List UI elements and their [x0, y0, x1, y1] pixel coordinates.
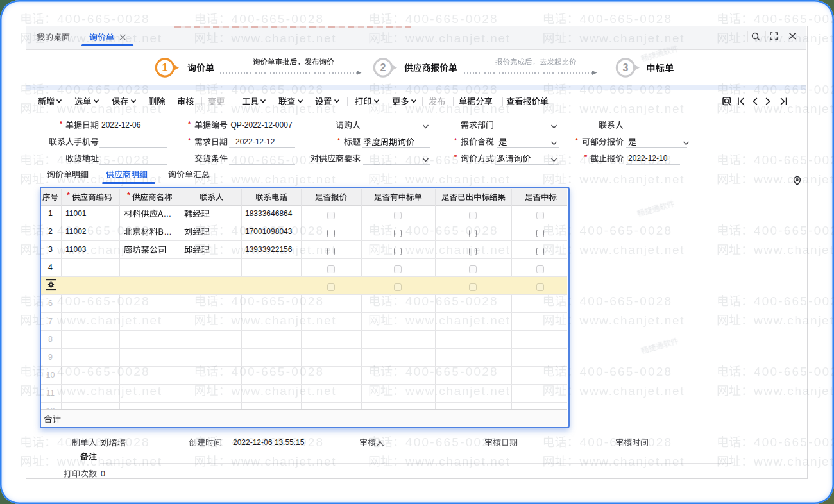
svg-text:1: 1 — [162, 62, 168, 73]
svg-text:2: 2 — [380, 62, 386, 73]
svg-text:3: 3 — [623, 62, 629, 73]
